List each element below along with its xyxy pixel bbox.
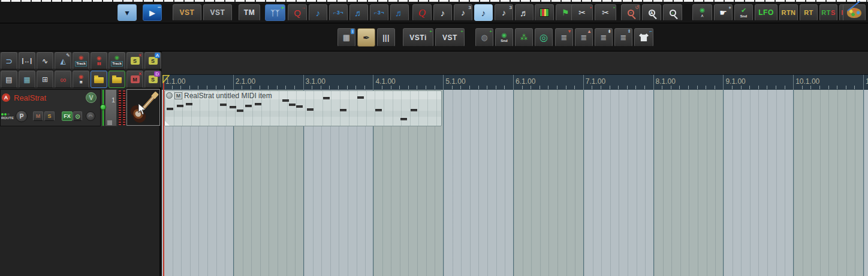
route-button[interactable]: ROUTE <box>1 113 13 120</box>
solo-auto-button[interactable]: SA <box>144 52 161 69</box>
insert-above-button[interactable]: ≣▼ <box>555 28 573 47</box>
mixer-vis-button[interactable]: ◉≣ <box>73 71 89 88</box>
split-items-a-button[interactable]: ✂▪ <box>571 4 593 21</box>
pan-knob[interactable]: P <box>16 110 28 122</box>
video-window-badge-icon: ┅ <box>158 5 161 10</box>
spectacles-button[interactable]: ∞ <box>55 71 71 88</box>
arrange-area: 1.1.002.1.003.1.004.1.005.1.006.1.007.1.… <box>162 51 868 276</box>
fx-button[interactable]: FX <box>62 111 73 121</box>
rt-button[interactable]: RT <box>800 4 818 21</box>
volume-fader[interactable]: 1 <box>101 89 117 126</box>
item-vis-red-button[interactable]: ◉▮▮ <box>91 52 107 69</box>
add-vsti-button[interactable]: VSTi+ <box>403 28 433 47</box>
item-color-bars-button[interactable] <box>535 4 554 21</box>
hand-scroll-button[interactable]: ☛● <box>714 4 733 21</box>
fader-thumb[interactable] <box>100 104 106 110</box>
split-items-b-button[interactable]: ✂▪ <box>595 4 616 21</box>
grid-note-b-button[interactable]: ♬ <box>515 4 534 21</box>
volume-envelope-button[interactable]: V <box>86 92 97 103</box>
envelope-path-button[interactable]: ∿ <box>37 52 53 69</box>
quantize-arrow-button[interactable]: Q→ <box>288 4 307 21</box>
folder-a-button[interactable] <box>91 71 107 88</box>
midi-item[interactable]: M RealStrat untitled MIDI item <box>164 90 442 126</box>
track-vis-red-button[interactable]: ◉Track <box>73 52 89 69</box>
fx-power-button[interactable]: ⊙ <box>73 111 82 121</box>
note-thirtysecond-button[interactable]: ♬ <box>390 4 409 21</box>
mute-reset-button[interactable]: M✕ <box>126 71 143 88</box>
width-knob[interactable]: ◠ <box>86 111 95 121</box>
video-window-button[interactable]: ▶┅ <box>143 4 162 21</box>
magnet-icon: ⊃ <box>5 57 13 65</box>
theme-palette-button[interactable] <box>843 4 866 21</box>
edit-cursor-marker[interactable] <box>162 75 170 83</box>
grid-settings-button[interactable]: ▦ <box>19 71 35 88</box>
mute-button[interactable]: M <box>33 111 43 121</box>
timeline-ruler[interactable]: 1.1.002.1.003.1.004.1.005.1.006.1.007.1.… <box>162 75 868 90</box>
zoom-undo-button[interactable]: −↺ <box>621 4 640 21</box>
snd-eye-button[interactable]: ◉Snd <box>495 28 513 47</box>
grid-triplet-a-button[interactable]: ♪3 <box>454 4 472 21</box>
notation-quill-button[interactable]: ✒ <box>357 28 375 47</box>
mixer-vis-sublabel: ≣ <box>79 80 82 84</box>
lfo-tool-button[interactable]: LFO <box>755 4 777 21</box>
item-mute-button[interactable]: M <box>174 92 182 99</box>
monitor-circle-button[interactable]: ◎ <box>535 28 553 47</box>
chip-info-button[interactable]: ▦i <box>337 28 355 47</box>
solo-reset-button[interactable]: S✕ <box>126 52 143 69</box>
snd-eye-sublabel: Snd <box>501 39 507 43</box>
measure-line <box>723 75 724 90</box>
vst-fx-b-label: VST <box>210 9 225 16</box>
track-panel[interactable]: A RealStrat V ROUTE P M S FX ⊙ ◠ <box>0 89 101 126</box>
vst-fx-b-button[interactable]: VST <box>203 4 232 21</box>
move-down-button[interactable]: ≣⇟ <box>595 28 613 47</box>
note-sixteenth-button[interactable]: ♬ <box>349 4 368 21</box>
midi-note <box>186 103 192 105</box>
pillars-button[interactable]: ||| <box>377 28 395 47</box>
track-icon-guitar[interactable] <box>126 89 160 126</box>
snd-enable-button[interactable]: ✔Snd <box>734 4 753 21</box>
vst-fx-a-button[interactable]: VST <box>173 4 201 21</box>
step-record-button[interactable]: ᛉᛉ▸ <box>265 4 285 21</box>
track-name[interactable]: RealStrat <box>14 93 86 102</box>
move-up-button[interactable]: ≣⇞ <box>614 28 632 47</box>
midi-note <box>340 109 346 111</box>
ruler-tool-button[interactable]: ▤ <box>1 71 17 88</box>
track-vis-green-button[interactable]: ◉Track <box>108 52 125 69</box>
item-edge-move-button[interactable]: |↔| <box>19 52 35 69</box>
envelope-path-icon: ∿ <box>42 57 48 65</box>
triplet-a-button[interactable]: ⌐3¬ <box>329 4 348 21</box>
rts-a-button[interactable]: RTS <box>819 4 837 21</box>
rtn-button[interactable]: RTN <box>779 4 798 21</box>
solo-button[interactable]: S <box>44 111 55 121</box>
record-arm-badge[interactable]: A <box>2 93 10 102</box>
routing-visibility-button[interactable]: ◉⋏ <box>692 4 712 21</box>
mountain-draw-button[interactable]: ◭✎ <box>55 52 71 69</box>
item-loop-knob-icon[interactable] <box>166 92 173 99</box>
zoom-all-button[interactable]: A <box>642 4 661 21</box>
track-manager-button[interactable]: TM <box>239 4 260 21</box>
grid-note-active-button[interactable]: ♪ <box>474 4 493 21</box>
midi-out-add-button[interactable]: ◍+ <box>475 28 493 47</box>
add-vst-button[interactable]: VST+ <box>435 28 465 47</box>
mixer-vis-icon: ◉ <box>79 74 83 80</box>
track-controls-row: ROUTE P M S FX ⊙ ◠ <box>1 107 100 126</box>
add-vsti-badge-icon: + <box>429 29 432 34</box>
grid-triplet-b-button[interactable]: ♪3 <box>495 4 513 21</box>
edit-cursor-line[interactable] <box>163 75 164 276</box>
note-eighth-button[interactable]: ♪ <box>309 4 327 21</box>
folder-b-button[interactable] <box>108 71 125 88</box>
arrange-dropdown-icon: ▾ <box>125 8 129 17</box>
screenset-button[interactable]: ⊞ <box>37 71 53 88</box>
quantize-q-button[interactable]: Q <box>412 4 432 21</box>
arrange-dropdown-button[interactable]: ▾ <box>117 4 137 21</box>
magnet-button[interactable]: ⊃ <box>1 52 17 69</box>
arrange-body[interactable]: M RealStrat untitled MIDI item <box>162 90 868 276</box>
insert-below-button[interactable]: ≣▲ <box>575 28 593 47</box>
node-map-button[interactable]: ⁂ <box>515 28 533 47</box>
shirt-theme-button[interactable]: ⌐ <box>634 28 653 47</box>
triplet-b-button[interactable]: ⌐3¬ <box>370 4 388 21</box>
grid-note-a-button[interactable]: ♪ <box>433 4 452 21</box>
solo-defeat-button[interactable]: SD <box>144 71 161 88</box>
item-edge-move-label: |↔| <box>22 58 32 64</box>
zoom-selection-button[interactable]: ▪ <box>663 4 682 21</box>
